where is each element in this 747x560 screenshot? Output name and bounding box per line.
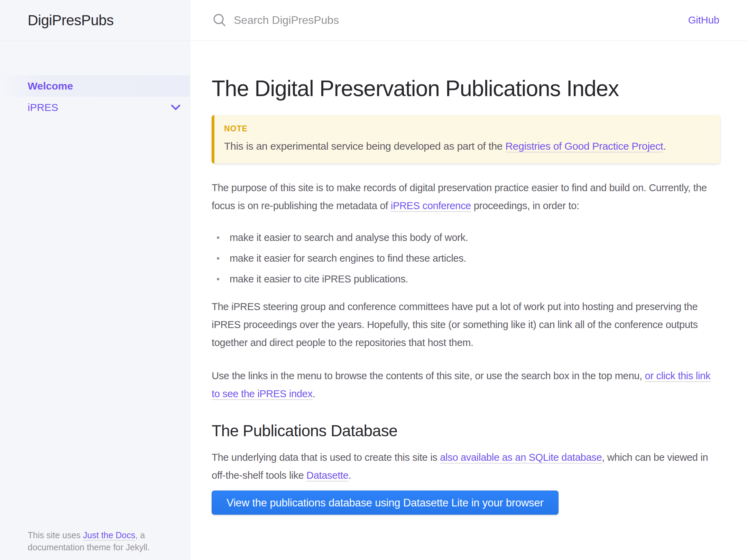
datasette-link[interactable]: Datasette [306, 470, 348, 481]
list-item: make it easier to search and analyse thi… [212, 228, 720, 246]
database-paragraph: The underlying data that is used to crea… [212, 448, 720, 484]
chevron-down-icon[interactable] [171, 105, 180, 110]
main-column: GitHub The Digital Preservation Publicat… [190, 0, 747, 560]
page-title: The Digital Preservation Publications In… [212, 75, 720, 102]
publications-database-heading: The Publications Database [212, 421, 720, 441]
goals-list: make it easier to search and analyse thi… [212, 228, 720, 288]
note-text-body: This is an experimental service being de… [224, 140, 505, 152]
database-text-before: The underlying data that is used to crea… [212, 452, 440, 463]
just-the-docs-link[interactable]: Just the Docs [83, 530, 135, 540]
list-item: make it easier to cite iPRES publication… [212, 270, 720, 288]
list-item: make it easier for search engines to fin… [212, 249, 720, 267]
sidebar-nav: Welcome iPRES [0, 75, 190, 118]
sidebar-header: DigiPresPubs [0, 0, 190, 41]
registries-good-practice-link[interactable]: Registries of Good Practice Project [505, 140, 663, 152]
sidebar-item-ipres[interactable]: iPRES [0, 97, 190, 118]
ipres-conference-link[interactable]: iPRES conference [391, 200, 471, 211]
note-label: NOTE [224, 124, 709, 133]
search-input[interactable] [234, 14, 688, 27]
note-callout: NOTE This is an experimental service bei… [212, 115, 720, 164]
database-text-suffix: . [348, 470, 351, 481]
github-link[interactable]: GitHub [688, 15, 719, 26]
browse-text-before: Use the links in the menu to browse the … [212, 370, 645, 381]
steering-group-paragraph: The iPRES steering group and conference … [212, 298, 720, 352]
page: DigiPresPubs Welcome iPRES This site use… [0, 0, 747, 560]
search-bar[interactable] [212, 12, 688, 28]
sidebar-item-welcome-label: Welcome [28, 80, 73, 92]
sqlite-database-link[interactable]: also available as an SQLite database [440, 452, 602, 463]
intro-paragraph: The purpose of this site is to make reco… [212, 179, 720, 215]
sidebar-item-ipres-label: iPRES [28, 102, 58, 113]
note-text-suffix: . [663, 140, 666, 152]
intro-text-after: proceedings, in order to: [471, 200, 579, 211]
sidebar-footer: This site uses Just the Docs, a document… [28, 529, 176, 553]
page-content: The Digital Preservation Publications In… [190, 41, 747, 515]
top-bar: GitHub [190, 0, 747, 41]
search-icon [212, 12, 228, 28]
note-text: This is an experimental service being de… [224, 138, 709, 155]
footer-text-prefix: This site uses [28, 530, 83, 540]
view-database-button[interactable]: View the publications database using Dat… [212, 491, 559, 515]
site-title-link[interactable]: DigiPresPubs [28, 12, 113, 29]
browse-text-suffix: . [313, 388, 315, 399]
browse-paragraph: Use the links in the menu to browse the … [212, 367, 720, 403]
sidebar-item-welcome[interactable]: Welcome [0, 75, 190, 97]
sidebar: DigiPresPubs Welcome iPRES This site use… [0, 0, 190, 560]
